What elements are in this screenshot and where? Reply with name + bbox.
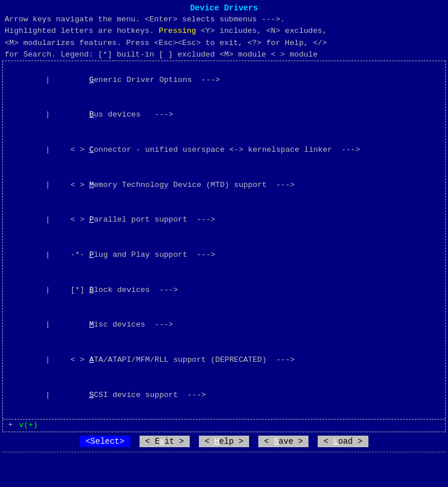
hl-m2: M	[89, 320, 94, 329]
menu-item-plug-play[interactable]: | -*- Plug and Play support --->	[3, 237, 445, 272]
vert-bar: |	[44, 354, 52, 366]
save-button[interactable]: < Save >	[258, 436, 308, 447]
hl-b1: B	[89, 110, 94, 119]
hl-c1: C	[89, 145, 94, 154]
desc-line-1: Arrow keys navigate the menu. <Enter> se…	[5, 14, 443, 25]
menu-item-bus-devices[interactable]: | Bus devices --->	[3, 98, 445, 133]
vert-bar: |	[44, 284, 52, 296]
load-button[interactable]: < Load >	[318, 436, 368, 447]
vert-bar: |	[44, 319, 52, 331]
select-button[interactable]: <Select>	[80, 436, 130, 447]
menu-item-ata-atapi[interactable]: | < > ATA/ATAPI/MFM/RLL support (DEPRECA…	[3, 343, 445, 378]
vert-bar: |	[44, 144, 52, 156]
window-title: Device Drivers	[2, 2, 446, 14]
hl-m1: M	[89, 181, 94, 189]
hl-a1: A	[89, 355, 94, 364]
desc-line-3: <M> modularizes features. Press <Esc><Es…	[5, 38, 443, 49]
desc-line-2: Highlighted letters are hotkeys. Pressin…	[5, 25, 443, 37]
menu-item-generic-driver[interactable]: | Generic Driver Options --->	[3, 62, 445, 98]
vert-bar-bottom: +	[6, 421, 14, 429]
hl-p1: P	[89, 215, 94, 224]
vert-bar: |	[44, 214, 52, 226]
vert-bar: |	[44, 389, 52, 401]
menu-item-scsi[interactable]: | SCSI device support --->	[3, 377, 445, 413]
button-bar: <Select> < Exit > < Help > < Save > < Lo…	[2, 432, 446, 451]
hl-s1: S	[89, 391, 94, 399]
menu-border: | Generic Driver Options ---> | Bus devi…	[2, 61, 446, 430]
menu-item-parallel[interactable]: | < > Parallel port support --->	[3, 203, 445, 238]
menu-item-block-devices[interactable]: | [*] Block devices --->	[3, 272, 445, 308]
main-container: Device Drivers Arrow keys navigate the m…	[0, 0, 448, 487]
vert-bar: |	[44, 109, 52, 121]
save-hl: S	[274, 437, 278, 446]
help-button[interactable]: < Help >	[199, 436, 249, 447]
menu-item-serial-ata[interactable]: | < > Serial ATA and Parallel ATA driver…	[3, 413, 445, 419]
menu-item-mtd[interactable]: | < > Memory Technology Device (MTD) sup…	[3, 167, 445, 203]
hl-p2: P	[89, 250, 94, 259]
exit-hl: x	[160, 437, 164, 446]
description-area: Arrow keys navigate the menu. <Enter> se…	[2, 14, 446, 61]
vert-bar: |	[44, 74, 52, 86]
hl-b2: B	[89, 286, 94, 294]
exit-button[interactable]: < Exit >	[140, 436, 190, 447]
bottom-text: v(+)	[19, 421, 37, 429]
vert-bar: |	[44, 249, 52, 261]
help-hl: H	[214, 437, 219, 446]
load-hl: L	[333, 437, 338, 446]
menu-list: | Generic Driver Options ---> | Bus devi…	[3, 61, 445, 419]
hl-g: G	[89, 76, 94, 84]
menu-item-misc-devices[interactable]: | Misc devices --->	[3, 308, 445, 343]
bottom-divider	[2, 452, 446, 452]
pressing-highlight: Pressing	[159, 27, 196, 35]
menu-item-connector[interactable]: | < > Connector - unified userspace <-> …	[3, 132, 445, 167]
bottom-bar: + v(+)	[3, 419, 445, 430]
vert-bar: |	[44, 179, 52, 191]
desc-line-4: for Search. Legend: [*] built-in [ ] exc…	[5, 49, 443, 61]
